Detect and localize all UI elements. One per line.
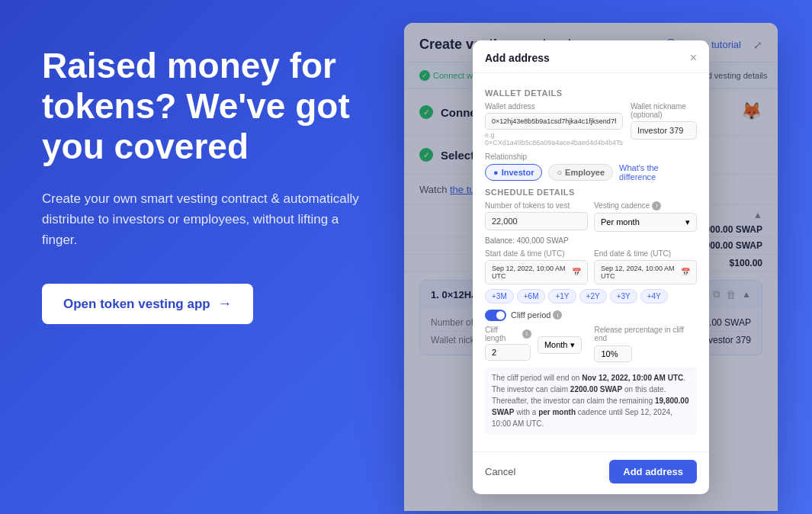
cliff-month-select[interactable]: Month ▾ — [538, 336, 583, 354]
start-label: Start date & time (UTC) — [485, 249, 588, 258]
employee-badge[interactable]: ○ Employee — [548, 164, 613, 181]
modal-overlay: Add address × Wallet details Wallet addr… — [404, 23, 778, 511]
calendar-icon-start: 📅 — [572, 268, 581, 276]
cadence-select[interactable]: Per month ▾ — [594, 213, 697, 232]
tokens-input[interactable] — [485, 212, 588, 230]
cliff-label: Cliff period i — [511, 310, 562, 320]
end-label: End date & time (UTC) — [594, 249, 697, 258]
cliff-length-info: i — [522, 329, 531, 339]
cliff-toggle[interactable] — [485, 310, 506, 321]
modal-footer: Cancel Add address — [473, 451, 709, 494]
cta-button[interactable]: Open token vesting app → — [42, 284, 253, 324]
cliff-release-input[interactable] — [594, 345, 632, 362]
calendar-icon-end: 📅 — [681, 268, 690, 276]
whats-the-difference-link[interactable]: What's the difference — [619, 163, 697, 182]
shortcut-1y[interactable]: +1Y — [548, 289, 576, 304]
cliff-month-group: Month ▾ — [538, 326, 583, 362]
main-card: Create vesting contract ▶ Watch tutorial… — [404, 23, 778, 511]
add-address-modal: Add address × Wallet details Wallet addr… — [473, 40, 709, 494]
employee-radio: ○ — [557, 168, 562, 177]
start-date-input[interactable]: Sep 12, 2022, 10:00 AM UTC 📅 — [485, 260, 588, 284]
shortcut-3m[interactable]: +3M — [485, 289, 514, 304]
cta-label: Open token vesting app — [63, 297, 210, 312]
cliff-length-label: Cliff length i — [485, 326, 531, 342]
shortcut-3y[interactable]: +3Y — [610, 289, 637, 304]
modal-header: Add address × — [473, 40, 709, 73]
cliff-release-label: Release percentage in cliff end — [594, 326, 697, 342]
tokens-field: Number of tokens to vest — [485, 201, 588, 232]
wallet-address-label: Wallet address — [485, 102, 623, 111]
employee-label: Employee — [565, 168, 605, 177]
nickname-label: Wallet nickname (optional) — [631, 102, 697, 119]
hero-title: Raised money for tokens? We've got you c… — [42, 46, 366, 167]
wallet-example: e.g. 0×CXd1a49b5c86a09a4ace4baed4d4b4b4T… — [485, 131, 623, 146]
relationship-section-label: Relationship — [485, 153, 697, 161]
shortcut-4y[interactable]: +4Y — [640, 289, 668, 304]
cadence-chevron: ▾ — [685, 217, 690, 227]
cliff-percent-group: Release percentage in cliff end — [594, 326, 697, 362]
investor-radio: ● — [493, 168, 499, 177]
cliff-month-chevron: ▾ — [570, 340, 575, 350]
page-wrapper: Raised money for tokens? We've got you c… — [0, 0, 812, 514]
datetime-row: Start date & time (UTC) Sep 12, 2022, 10… — [485, 249, 697, 284]
left-panel: Raised money for tokens? We've got you c… — [0, 0, 396, 514]
cta-arrow-icon: → — [218, 296, 232, 312]
tokens-schedule-label: Number of tokens to vest — [485, 201, 588, 210]
right-panel: Create vesting contract ▶ Watch tutorial… — [396, 0, 812, 514]
start-date-field: Start date & time (UTC) Sep 12, 2022, 10… — [485, 249, 588, 284]
cliff-length-group: Cliff length i — [485, 326, 531, 362]
nickname-input[interactable] — [631, 121, 697, 140]
end-date-field: End date & time (UTC) Sep 12, 2024, 10:0… — [594, 249, 697, 284]
investor-label: Investor — [502, 168, 534, 177]
cliff-month-value: Month — [544, 340, 568, 349]
schedule-row: Number of tokens to vest Vesting cadence… — [485, 201, 697, 232]
cadence-field: Vesting cadence i Per month ▾ — [594, 201, 697, 232]
wallet-address-field: Wallet address e.g. 0×CXd1a49b5c86a09a4a… — [485, 102, 623, 146]
nickname-field: Wallet nickname (optional) — [631, 102, 697, 146]
start-date-value: Sep 12, 2022, 10:00 AM UTC — [492, 265, 572, 280]
end-date-input[interactable]: Sep 12, 2024, 10:00 AM UTC 📅 — [594, 260, 697, 284]
balance-text: Balance: 400,000 SWAP — [485, 236, 697, 245]
shortcut-2y[interactable]: +2Y — [579, 289, 607, 304]
cadence-value: Per month — [601, 217, 640, 226]
wallet-section-title: Wallet details — [485, 88, 697, 98]
wallet-address-row: Wallet address e.g. 0×CXd1a49b5c86a09a4a… — [485, 102, 697, 146]
cliff-inputs: Cliff length i Month ▾ — [485, 326, 697, 362]
shortcut-row: +3M +6M +1Y +2Y +3Y +4Y — [485, 289, 697, 304]
cliff-length-input[interactable] — [485, 344, 531, 361]
add-address-button[interactable]: Add address — [609, 460, 697, 483]
cliff-info-icon: i — [553, 310, 562, 320]
cancel-button[interactable]: Cancel — [485, 466, 515, 477]
modal-close-button[interactable]: × — [690, 51, 697, 65]
modal-body: Wallet details Wallet address e.g. 0×CXd… — [473, 73, 709, 451]
cliff-row: Cliff period i — [485, 310, 697, 321]
relationship-row: ● Investor ○ Employee What's the differe… — [485, 163, 697, 182]
shortcut-6m[interactable]: +6M — [517, 289, 546, 304]
end-date-value: Sep 12, 2024, 10:00 AM UTC — [601, 265, 681, 280]
hero-subtitle: Create your own smart vesting contract &… — [42, 188, 362, 251]
wallet-address-input[interactable] — [485, 113, 623, 130]
schedule-section-title: Schedule details — [485, 188, 697, 197]
modal-description: The cliff period will end on Nov 12, 202… — [485, 367, 697, 435]
modal-title: Add address — [485, 52, 550, 64]
investor-badge[interactable]: ● Investor — [485, 164, 542, 181]
cadence-info-icon: i — [652, 201, 661, 210]
cadence-label: Vesting cadence i — [594, 201, 697, 210]
